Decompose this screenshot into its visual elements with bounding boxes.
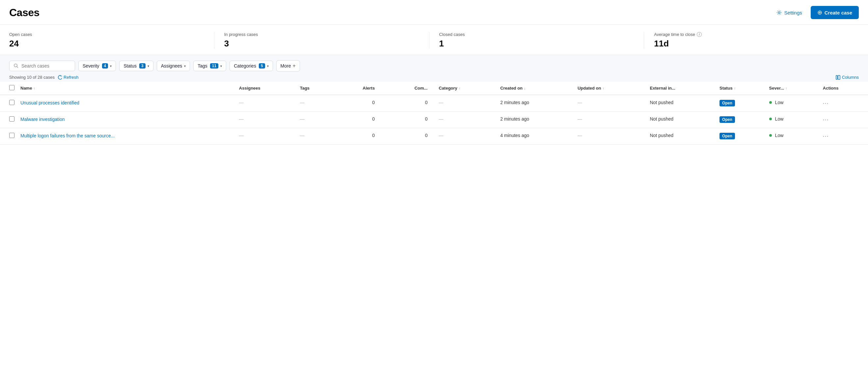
row-category-cell: — <box>435 112 497 128</box>
tags-badge: 11 <box>210 63 218 68</box>
svg-line-2 <box>17 66 18 68</box>
row-tags-cell: — <box>297 95 332 112</box>
row-tags-cell: — <box>297 128 332 145</box>
th-name[interactable]: Name ↑ <box>18 82 236 95</box>
showing-count: Showing 10 of 28 cases <box>9 75 55 80</box>
filters-section: Severity 4 ▾ Status 3 ▾ Assignees ▾ Tags… <box>0 55 868 71</box>
open-cases-label: Open cases <box>9 32 204 37</box>
status-badge: Open <box>719 100 735 107</box>
updated-on-value: — <box>578 116 582 122</box>
severity-filter-label: Severity <box>83 63 99 68</box>
comments-value: 0 <box>425 100 428 105</box>
row-alerts-cell: 0 <box>332 112 383 128</box>
row-updated-on-cell: — <box>574 112 647 128</box>
row-assignees-cell: — <box>236 128 297 145</box>
row-category-cell: — <box>435 95 497 112</box>
severity-filter-button[interactable]: Severity 4 ▾ <box>79 61 116 71</box>
in-progress-cases-label: In progress cases <box>224 32 419 37</box>
actions-menu-button[interactable]: ··· <box>823 133 865 140</box>
created-on-value: 2 minutes ago <box>500 100 529 105</box>
refresh-button[interactable]: Refresh <box>57 75 79 80</box>
cases-table: Name ↑ Assignees Tags <box>0 82 868 145</box>
row-status-cell: Open <box>716 128 766 145</box>
row-name-cell: Malware investigation <box>18 112 236 128</box>
row-checkbox[interactable] <box>9 100 14 105</box>
avg-time-value: 11d <box>654 38 849 49</box>
refresh-label: Refresh <box>64 75 79 80</box>
case-link[interactable]: Multiple logon failures from the same so… <box>21 133 115 139</box>
created-on-value: 4 minutes ago <box>500 133 529 138</box>
row-name-cell: Multiple logon failures from the same so… <box>18 128 236 145</box>
columns-button[interactable]: Columns <box>836 75 859 80</box>
tags-filter-button[interactable]: Tags 11 ▾ <box>193 61 226 71</box>
assignees-chevron-icon: ▾ <box>184 64 186 68</box>
th-comments: Com... <box>383 82 435 95</box>
actions-dots-icon: ··· <box>823 116 829 123</box>
select-all-checkbox[interactable] <box>9 85 14 90</box>
row-tags-cell: — <box>297 112 332 128</box>
columns-icon <box>836 75 840 80</box>
page-container: Cases Settings ⊕ Create case Open cases … <box>0 0 868 365</box>
create-case-button[interactable]: ⊕ Create case <box>811 6 859 19</box>
severity-sort-icon: ↑ <box>785 86 787 90</box>
status-badge: 3 <box>139 63 146 68</box>
row-checkbox[interactable] <box>9 116 14 122</box>
status-filter-button[interactable]: Status 3 ▾ <box>119 61 153 71</box>
row-checkbox-cell <box>0 128 18 145</box>
cases-table-section: Name ↑ Assignees Tags <box>0 82 868 145</box>
table-header-row: Name ↑ Assignees Tags <box>0 82 868 95</box>
row-category-cell: — <box>435 128 497 145</box>
row-checkbox-cell <box>0 112 18 128</box>
stat-avg-time: Average time to close i 11d <box>644 32 859 49</box>
th-tags: Tags <box>297 82 332 95</box>
case-link[interactable]: Unusual processes identified <box>21 100 80 105</box>
avg-time-label: Average time to close i <box>654 32 849 37</box>
settings-label: Settings <box>784 10 802 16</box>
row-status-cell: Open <box>716 112 766 128</box>
case-link[interactable]: Malware investigation <box>21 117 65 122</box>
table-row: Unusual processes identified — — 0 0 — 2… <box>0 95 868 112</box>
th-created-on[interactable]: Created on ↓ <box>497 82 574 95</box>
row-updated-on-cell: — <box>574 128 647 145</box>
th-category[interactable]: Category ↑ <box>435 82 497 95</box>
assignees-filter-button[interactable]: Assignees ▾ <box>157 61 190 71</box>
stats-bar: Open cases 24 In progress cases 3 Closed… <box>0 25 868 55</box>
info-icon[interactable]: i <box>697 32 702 37</box>
open-cases-value: 24 <box>9 38 204 49</box>
create-case-label: Create case <box>825 10 852 16</box>
settings-button[interactable]: Settings <box>773 7 805 18</box>
header-actions: Settings ⊕ Create case <box>773 6 859 19</box>
actions-menu-button[interactable]: ··· <box>823 116 865 123</box>
row-severity-cell: Low <box>766 112 819 128</box>
category-value: — <box>439 133 443 138</box>
row-updated-on-cell: — <box>574 95 647 112</box>
row-actions-cell[interactable]: ··· <box>819 112 868 128</box>
category-sort-icon: ↑ <box>459 86 461 90</box>
external-value: Not pushed <box>650 133 673 138</box>
more-label: More <box>281 63 291 68</box>
svg-point-0 <box>778 11 780 13</box>
severity-dot <box>769 134 772 137</box>
actions-menu-button[interactable]: ··· <box>823 100 865 107</box>
status-badge: Open <box>719 133 735 139</box>
th-updated-on[interactable]: Updated on ↑ <box>574 82 647 95</box>
row-actions-cell[interactable]: ··· <box>819 95 868 112</box>
row-actions-cell[interactable]: ··· <box>819 128 868 145</box>
tags-value: — <box>300 116 305 122</box>
tags-chevron-icon: ▾ <box>220 64 222 68</box>
external-value: Not pushed <box>650 116 673 122</box>
updated-on-sort-icon: ↑ <box>602 86 604 90</box>
severity-badge: 4 <box>102 63 108 68</box>
severity-chevron-icon: ▾ <box>110 64 112 68</box>
more-filters-button[interactable]: More + <box>276 60 300 71</box>
actions-dots-icon: ··· <box>823 100 829 107</box>
th-status[interactable]: Status ↑ <box>716 82 766 95</box>
search-input[interactable] <box>22 63 71 68</box>
row-severity-cell: Low <box>766 128 819 145</box>
categories-filter-button[interactable]: Categories 5 ▾ <box>229 61 273 71</box>
alerts-value: 0 <box>372 100 375 105</box>
search-input-wrapper[interactable] <box>9 61 75 71</box>
row-checkbox[interactable] <box>9 133 14 138</box>
th-severity[interactable]: Sever... ↑ <box>766 82 819 95</box>
status-filter-label: Status <box>123 63 137 68</box>
